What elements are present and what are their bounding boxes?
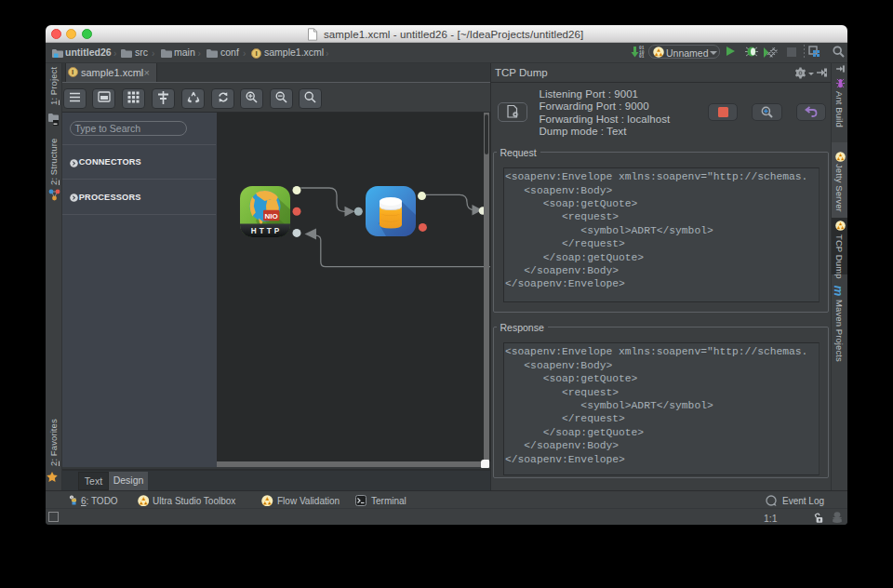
svg-text:NIO: NIO	[265, 211, 278, 220]
svg-text:HTTP: HTTP	[251, 227, 282, 235]
svg-text:01: 01	[639, 54, 645, 59]
